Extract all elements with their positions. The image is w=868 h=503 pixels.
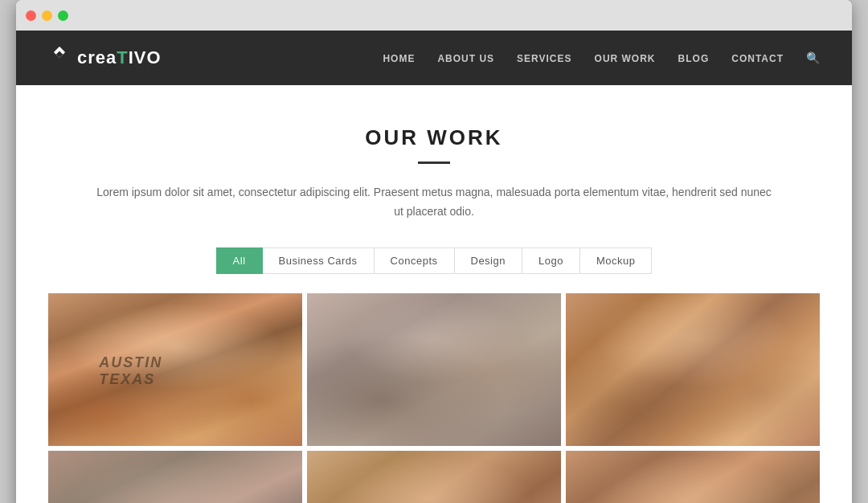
title-divider: [418, 162, 450, 164]
filter-bar: All Business Cards Concepts Design Logo …: [48, 247, 820, 274]
filter-concepts[interactable]: Concepts: [375, 247, 455, 274]
nav-link-contact[interactable]: CONTACT: [731, 53, 784, 64]
browser-window: creaTIVO HOME ABOUT US SERVICES OUR WORK…: [16, 0, 852, 503]
portfolio-item-6[interactable]: [566, 451, 820, 503]
filter-all[interactable]: All: [216, 247, 263, 274]
nav-item-work[interactable]: OUR WORK: [595, 51, 656, 65]
filter-mockup[interactable]: Mockup: [580, 247, 653, 274]
section-description: Lorem ipsum dolor sit amet, consectetur …: [96, 183, 772, 222]
logo-text: creaTIVO: [77, 47, 162, 68]
portfolio-item-2[interactable]: [307, 293, 561, 446]
main-content: OUR WORK Lorem ipsum dolor sit amet, con…: [16, 85, 852, 503]
logo[interactable]: creaTIVO: [48, 47, 162, 69]
minimize-button[interactable]: [42, 10, 52, 21]
nav-item-about[interactable]: ABOUT US: [437, 51, 494, 65]
nav-link-services[interactable]: SERVICES: [517, 53, 571, 64]
nav-link-blog[interactable]: BLOG: [678, 53, 710, 64]
nav-link-home[interactable]: HOME: [383, 53, 415, 64]
nav-item-services[interactable]: SERVICES: [517, 51, 571, 65]
nav-link-work[interactable]: OUR WORK: [595, 53, 656, 64]
nav-link-about[interactable]: ABOUT US: [437, 53, 494, 64]
portfolio-item-1[interactable]: [48, 293, 302, 446]
nav-item-blog[interactable]: BLOG: [678, 51, 710, 65]
content-wrapper: OUR WORK Lorem ipsum dolor sit amet, con…: [16, 85, 852, 503]
portfolio-grid: [48, 293, 820, 503]
portfolio-item-4[interactable]: [48, 451, 302, 503]
portfolio-item-3[interactable]: [566, 293, 820, 446]
filter-design[interactable]: Design: [455, 247, 522, 274]
navbar: creaTIVO HOME ABOUT US SERVICES OUR WORK…: [16, 31, 852, 85]
maximize-button[interactable]: [58, 10, 68, 21]
filter-business-cards[interactable]: Business Cards: [263, 247, 375, 274]
nav-item-contact[interactable]: CONTACT: [731, 51, 784, 65]
logo-icon: [48, 47, 71, 69]
filter-logo[interactable]: Logo: [522, 247, 580, 274]
nav-search-icon[interactable]: 🔍: [806, 51, 820, 64]
close-button[interactable]: [26, 10, 36, 21]
section-title: OUR WORK: [48, 125, 820, 150]
portfolio-item-5[interactable]: [307, 451, 561, 503]
nav-item-home[interactable]: HOME: [383, 51, 415, 65]
nav-links: HOME ABOUT US SERVICES OUR WORK BLOG CON…: [383, 51, 820, 65]
browser-titlebar: [16, 0, 852, 31]
